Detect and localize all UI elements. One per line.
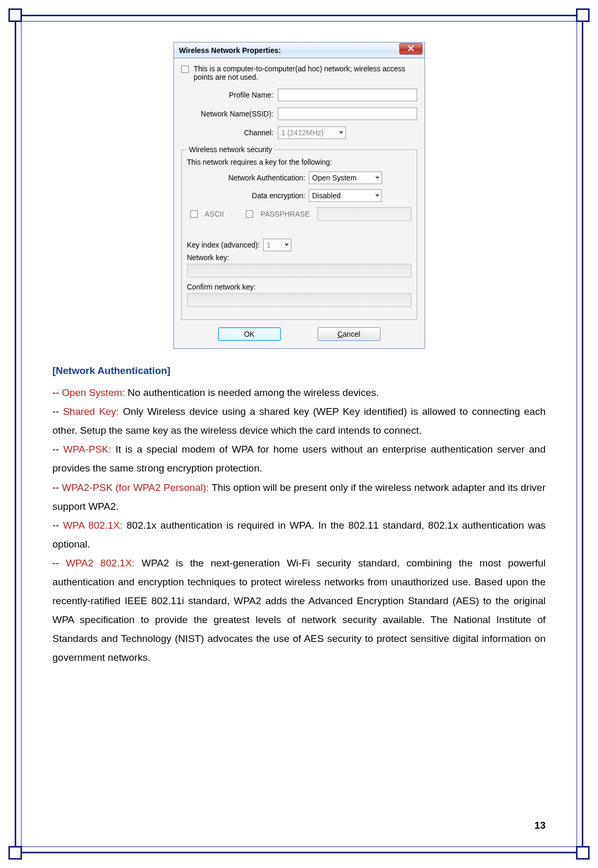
ascii-checkbox[interactable] [190,210,198,218]
cancel-button[interactable]: Cancel [318,327,380,341]
encryption-select[interactable]: Disabled [309,189,382,202]
article-heading: [Network Authentication] [52,361,546,380]
keyindex-label: Key index (advanced): [187,241,260,249]
adhoc-checkbox[interactable] [181,66,189,73]
term-wpa2-psk: WPA2-PSK (for WPA2 Personal): [62,482,209,493]
term-wpa-psk: WPA-PSK: [63,444,112,455]
security-note: This network requires a key for the foll… [187,158,411,166]
desc-wpa-8021x: 802.1x authentication is required in WPA… [52,520,546,550]
channel-label: Channel: [181,128,274,137]
chevron-down-icon [285,244,289,247]
passphrase-label: PASSPHRASE [260,210,310,218]
encryption-label: Data encryption: [187,191,306,200]
confirm-key-input[interactable] [187,293,411,307]
article-body: [Network Authentication] -- Open System:… [52,361,546,668]
term-wpa-8021x: WPA 802.1X: [63,520,123,531]
dialog-title: Wireless Network Properties: [179,46,281,55]
auth-value: Open System [312,174,357,182]
security-group: Wireless network security This network r… [181,145,417,320]
desc-open-system: No authentication is needed among the wi… [125,387,379,398]
keyindex-value: 1 [267,241,271,249]
chevron-down-icon [375,177,379,179]
desc-shared-key: Only Wireless device using a shared key … [52,406,546,436]
ssid-input[interactable] [278,108,417,120]
passphrase-checkbox[interactable] [246,210,253,218]
desc-wpa2-8021x: WPA2 is the next-generation Wi-Fi securi… [52,558,546,663]
chevron-down-icon [339,132,343,134]
confirm-key-label: Confirm network key: [187,283,411,291]
close-icon [408,45,414,53]
term-shared-key: Shared Key: [63,406,119,417]
ssid-label: Network Name(SSID): [181,110,274,118]
network-key-label: Network key: [187,253,411,262]
ok-label: OK [244,330,254,338]
ascii-label: ASCII [205,210,224,218]
page-number: 13 [535,820,546,831]
wireless-properties-dialog: Wireless Network Properties: This is a c… [173,42,425,349]
profile-name-input[interactable] [278,89,417,101]
profile-name-label: Profile Name: [181,91,274,99]
close-button[interactable] [399,43,422,55]
auth-select[interactable]: Open System [309,172,382,184]
term-wpa2-8021x: WPA2 802.1X: [66,558,135,569]
adhoc-label: This is a computer-to-computer(ad hoc) n… [194,65,417,81]
encryption-value: Disabled [312,191,341,200]
chevron-down-icon [375,195,379,197]
term-open-system: Open System: [62,387,125,398]
keyindex-select[interactable]: 1 [263,239,291,251]
desc-wpa-psk: It is a special modem of WPA for home us… [52,444,546,474]
auth-label: Network Authentication: [187,174,306,182]
passphrase-input[interactable] [317,207,411,221]
ok-button[interactable]: OK [218,327,281,341]
channel-value: 1 (2412MHz) [281,128,324,137]
cancel-label: Cancel [338,330,361,338]
dialog-titlebar: Wireless Network Properties: [174,42,425,58]
channel-select[interactable]: 1 (2412MHz) [278,126,346,139]
network-key-input[interactable] [187,264,411,277]
security-legend: Wireless network security [187,145,275,154]
